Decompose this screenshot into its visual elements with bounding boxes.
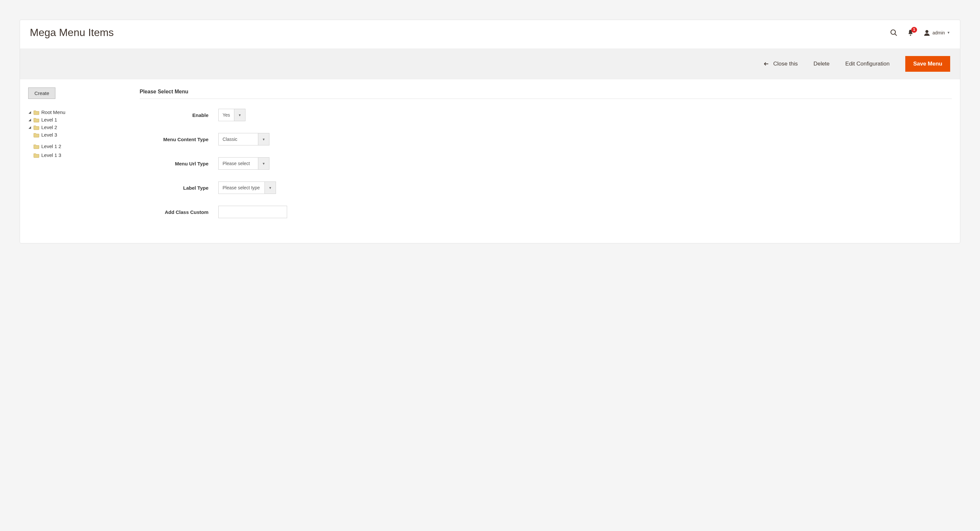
tree-toggle-icon[interactable]: ◢ bbox=[28, 125, 32, 129]
action-toolbar: Close this Delete Edit Configuration Sav… bbox=[20, 49, 960, 79]
tree-item-level-2[interactable]: ◢ Level 2 bbox=[28, 124, 57, 130]
tree-item-level-1[interactable]: ◢ Level 1 bbox=[28, 117, 57, 122]
svg-point-3 bbox=[925, 30, 928, 33]
field-menu-url-type: Menu Url Type Please select ▼ bbox=[140, 157, 952, 170]
folder-icon bbox=[33, 132, 39, 138]
svg-point-2 bbox=[910, 34, 911, 36]
tree-item-root-menu[interactable]: ◢ Root Menu bbox=[28, 109, 65, 115]
folder-icon bbox=[33, 117, 39, 122]
tree-toggle-icon[interactable]: ◢ bbox=[28, 118, 32, 122]
arrow-left-icon bbox=[764, 61, 769, 67]
form-label: Menu Url Type bbox=[140, 161, 218, 166]
notification-badge: 1 bbox=[911, 27, 917, 33]
svg-line-1 bbox=[895, 34, 897, 36]
label-type-select[interactable]: Please select type ▼ bbox=[218, 181, 276, 194]
form-label: Add Class Custom bbox=[140, 209, 218, 215]
search-icon[interactable] bbox=[890, 29, 898, 37]
caret-down-icon: ▼ bbox=[947, 31, 950, 34]
tree-item-level-3[interactable]: ◢ Level 3 bbox=[28, 132, 57, 138]
form-label: Label Type bbox=[140, 185, 218, 191]
field-label-type: Label Type Please select type ▼ bbox=[140, 181, 952, 194]
form-label: Enable bbox=[140, 113, 218, 118]
admin-user-label: admin bbox=[932, 30, 945, 35]
close-this-label: Close this bbox=[773, 60, 798, 67]
content-body: Create ◢ Root Menu bbox=[20, 79, 960, 243]
field-menu-content-type: Menu Content Type Classic ▼ bbox=[140, 133, 952, 146]
tree-item-level-1-2[interactable]: ◢ Level 1 2 bbox=[28, 143, 61, 149]
close-this-button[interactable]: Close this bbox=[764, 60, 798, 67]
field-enable: Enable Yes ▼ bbox=[140, 109, 952, 121]
chevron-down-icon: ▼ bbox=[258, 158, 269, 170]
chevron-down-icon: ▼ bbox=[264, 182, 276, 193]
folder-icon bbox=[33, 153, 39, 158]
page-header: Mega Menu Items 1 admin ▼ bbox=[20, 20, 960, 49]
menu-tree: ◢ Root Menu ◢ bbox=[28, 108, 130, 160]
save-menu-button[interactable]: Save Menu bbox=[905, 56, 950, 72]
form-label: Menu Content Type bbox=[140, 136, 218, 142]
form-area: Please Select Menu Enable Yes ▼ Menu Con… bbox=[130, 87, 952, 230]
tree-toggle-icon[interactable]: ◢ bbox=[28, 110, 32, 114]
field-add-class-custom: Add Class Custom bbox=[140, 206, 952, 218]
menu-content-type-select[interactable]: Classic ▼ bbox=[218, 133, 269, 146]
folder-icon bbox=[33, 144, 39, 149]
user-icon bbox=[923, 29, 931, 36]
sidebar: Create ◢ Root Menu bbox=[28, 87, 130, 160]
chevron-down-icon: ▼ bbox=[234, 109, 245, 121]
section-title: Please Select Menu bbox=[140, 89, 952, 99]
notifications-icon[interactable]: 1 bbox=[907, 29, 914, 36]
admin-user-menu[interactable]: admin ▼ bbox=[923, 29, 950, 36]
edit-configuration-button[interactable]: Edit Configuration bbox=[845, 60, 889, 67]
chevron-down-icon: ▼ bbox=[258, 133, 269, 145]
tree-item-level-1-3[interactable]: ◢ Level 1 3 bbox=[28, 152, 61, 158]
add-class-custom-input[interactable] bbox=[218, 206, 287, 218]
svg-point-0 bbox=[891, 30, 896, 34]
admin-panel: Mega Menu Items 1 admin ▼ bbox=[20, 20, 960, 243]
create-button[interactable]: Create bbox=[28, 87, 56, 99]
delete-button[interactable]: Delete bbox=[813, 60, 830, 67]
header-actions: 1 admin ▼ bbox=[890, 29, 950, 37]
menu-url-type-select[interactable]: Please select ▼ bbox=[218, 157, 269, 170]
folder-icon bbox=[33, 125, 39, 130]
enable-select[interactable]: Yes ▼ bbox=[218, 109, 245, 121]
folder-icon bbox=[33, 110, 39, 115]
page-title: Mega Menu Items bbox=[30, 27, 890, 39]
